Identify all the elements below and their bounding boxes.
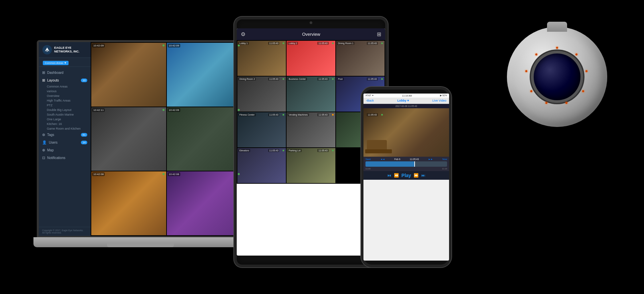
battery-label: ▶ 92% [440, 94, 447, 97]
laptop-body [33, 237, 247, 247]
layout-item[interactable]: PTZ [47, 103, 87, 108]
layout-item[interactable]: Common Areas [47, 84, 87, 89]
tablet-header: ⚙ Overview ⊞ [237, 28, 385, 40]
phone-date-bar: 2017-02-06 11:05:43 [363, 104, 449, 108]
ir-led-5 [565, 102, 567, 104]
layout-item[interactable]: High Traffic Areas [47, 98, 87, 103]
layouts-list: Common Areas various Overview High Traff… [39, 84, 91, 131]
layout-item[interactable]: South Austin Marine [47, 112, 87, 117]
nav-dashboard[interactable]: ⊞ Dashboard [39, 69, 91, 77]
date-label: 2017-02-06 11:05:43 [396, 105, 417, 107]
laptop-base [107, 243, 174, 247]
layout-item[interactable]: One Large [47, 117, 87, 122]
cam5-status [163, 173, 165, 175]
tablet-cam-8[interactable]: 11:05:43 Vending Machines [287, 112, 335, 147]
main-content: 10:42:09 10:42:09 10:42:11 [91, 42, 242, 236]
tablet-camera [310, 21, 312, 24]
cam-cell-2[interactable]: 10:42:09 [167, 43, 242, 107]
dashboard-icon: ⊞ [42, 70, 45, 75]
rewind-icon[interactable]: ◄◄ [380, 158, 385, 160]
tcam1-status [283, 42, 284, 44]
forward-icon[interactable]: ►► [428, 158, 433, 160]
timeline-labels: 11:00 11:10 [365, 168, 447, 170]
cam6-timestamp: 10:42:08 [168, 172, 180, 176]
tablet-cam-1[interactable]: 11:05:43 Lobby 1 [237, 41, 286, 76]
sidebar: EAGLE EYE NETWORKS, INC. Common Areas ▼ … [39, 42, 91, 236]
tablet-cam-3[interactable]: 11:05:43 Dining Room 1 [336, 41, 385, 76]
tcam10-label: Elevators [238, 149, 250, 152]
camera-grid: 10:42:09 10:42:09 10:42:11 [91, 42, 242, 236]
back-button[interactable]: ‹ Back [366, 99, 374, 102]
tablet-cam-2[interactable]: 11:05:43 Lobby 2 [287, 41, 335, 76]
ir-led-6 [545, 102, 547, 104]
save-button[interactable]: Save [365, 158, 371, 160]
cam1-status [163, 44, 165, 46]
timeline-date: Feb 6 [394, 158, 400, 160]
sidebar-nav: ⊞ Dashboard ⊞ Layouts 10 Common Areas va… [39, 67, 91, 227]
tcam9-time: 11:05:43 [367, 113, 378, 116]
skip-back-button[interactable]: ⏮ [387, 173, 391, 178]
nav-map[interactable]: ⊕ Map [39, 146, 91, 154]
layout-item[interactable]: Game Room and Kitchen [47, 126, 87, 131]
cam-cell-6[interactable]: 10:42:08 [167, 171, 242, 235]
playback-controls: ⏮ ⏪ Play ⏩ ⏭ [363, 171, 449, 180]
tablet-cam-11[interactable]: 11:05:43 Parking Lot [287, 148, 335, 183]
tablet-cam-4[interactable]: 11:05:43 Dining Room 2 [237, 77, 286, 112]
nav-tags[interactable]: ⊛ Tags 61 [39, 131, 91, 139]
tablet-cam-5[interactable]: 11:05:43 Business Center [287, 77, 335, 112]
ir-led-1 [556, 47, 558, 49]
timeline-scrubber[interactable] [365, 161, 447, 167]
layout-item[interactable]: various [47, 89, 87, 94]
account-selector[interactable]: Common Areas ▼ [43, 61, 69, 65]
play-button[interactable]: Play [402, 173, 411, 178]
now-button[interactable]: Now [442, 158, 447, 160]
tl-label-start: 11:00 [365, 168, 370, 170]
cam-cell-3[interactable]: 10:42:11 [91, 107, 166, 171]
laptop-screen: EAGLE EYE NETWORKS, INC. Common Areas ▼ … [39, 42, 242, 236]
tcam10-status [283, 150, 284, 151]
phone-status-bar: AT&T ✦ 11:18 AM ▶ 92% [363, 94, 449, 98]
cam4-timestamp: 10:42:09 [168, 108, 180, 112]
ir-led-3 [585, 70, 587, 72]
nav-layouts[interactable]: ⊞ Layouts 10 [39, 77, 91, 84]
nav-notifications-label: Notifications [47, 156, 65, 160]
time-label: 11:18 AM [402, 95, 412, 97]
tcam8-time: 11:05:43 [317, 113, 328, 116]
tcam10-time: 11:05:43 [268, 149, 279, 152]
tcam6-time: 11:05:43 [367, 78, 378, 81]
tcam6-label: Pool [337, 78, 344, 81]
layout-item[interactable]: Overview [47, 94, 87, 98]
sidebar-footer: Copyright © 2017, Eagle Eye Networks.All… [39, 227, 91, 236]
cam-cell-4[interactable]: 10:42:09 [167, 107, 242, 171]
tcam8-status [332, 114, 334, 116]
users-icon: 👤 [42, 140, 47, 145]
tcam3-time: 11:05:43 [367, 42, 378, 45]
grid-icon[interactable]: ⊞ [377, 31, 381, 37]
nav-notifications[interactable]: ⊡ Notifications [39, 154, 91, 162]
tcam5-time: 11:05:43 [317, 78, 328, 81]
laptop-screen-frame: EAGLE EYE NETWORKS, INC. Common Areas ▼ … [37, 40, 244, 238]
tablet-cam-7[interactable]: 11:05:43 Fitness Center [237, 112, 286, 147]
cam5-timestamp: 10:42:08 [92, 172, 105, 176]
tcam11-label: Parking Lot [288, 149, 301, 152]
tcam9-status [381, 114, 383, 116]
users-badge: 14 [81, 141, 87, 144]
rewind-button[interactable]: ⏪ [394, 173, 399, 178]
eagle-icon [42, 45, 52, 55]
timeline-current-time: 11:05:43 [410, 158, 419, 160]
layout-item[interactable]: Double Big Layout [47, 108, 87, 112]
tablet-cam-10[interactable]: 11:05:43 Elevators [237, 148, 286, 183]
location-selector[interactable]: Lobby ▾ [397, 99, 409, 102]
phone-nav-bar: ‹ Back Lobby ▾ Live Video [363, 98, 449, 104]
nav-users[interactable]: 👤 Users 14 [39, 139, 91, 146]
layout-item[interactable]: Kitchen: 16 [47, 122, 87, 126]
forward-button[interactable]: ⏩ [414, 173, 419, 178]
tcam4-label: Dining Room 2 [238, 78, 256, 81]
settings-icon[interactable]: ⚙ [241, 31, 245, 37]
cam4-status [238, 109, 240, 111]
skip-forward-button[interactable]: ⏭ [421, 173, 425, 178]
ir-led-7 [530, 90, 532, 92]
cam-cell-5[interactable]: 10:42:08 [91, 171, 166, 235]
cam-cell-1[interactable]: 10:42:09 [91, 43, 166, 107]
tcam1-label: Lobby 1 [238, 42, 249, 45]
